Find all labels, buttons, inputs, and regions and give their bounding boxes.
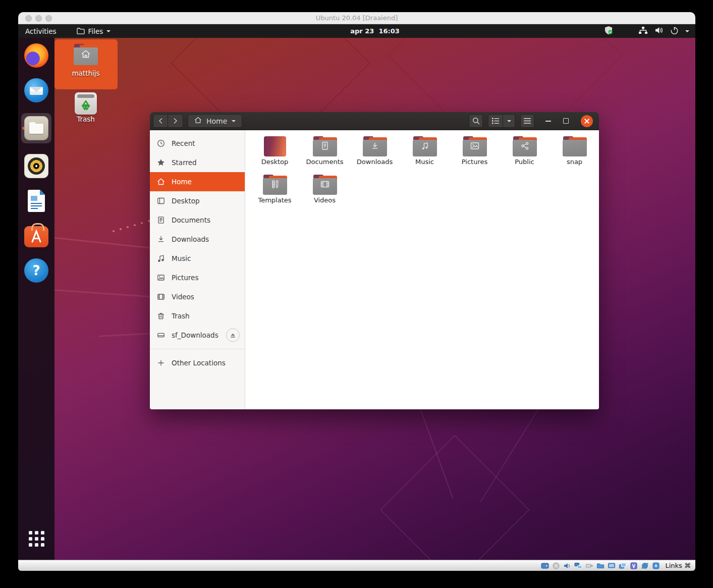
music-emblem-icon [420, 141, 429, 152]
vbox-feature-icon[interactable] [630, 562, 638, 570]
display-icon[interactable] [608, 562, 616, 570]
dock-item-files[interactable] [21, 113, 51, 143]
file-item-label: snap [567, 158, 582, 166]
download-emblem-icon [370, 141, 379, 152]
desktop-icon-trash[interactable] [75, 92, 97, 115]
vm-window-title: Ubuntu 20.04 [Draaiend] [18, 12, 695, 24]
window-menu-button[interactable] [520, 114, 534, 128]
shared-folders-icon[interactable] [596, 562, 605, 570]
chevron-down-icon [507, 120, 511, 122]
file-item-label: Downloads [357, 158, 393, 166]
sidebar-item-label: Desktop [172, 197, 200, 205]
desktop-special-icon [264, 136, 286, 156]
sidebar-item-documents[interactable]: Documents [150, 210, 245, 230]
file-item-label: Pictures [462, 158, 487, 166]
search-button[interactable] [469, 114, 483, 128]
forward-button[interactable] [168, 114, 183, 128]
file-view[interactable]: Desktop Documents [245, 130, 599, 409]
sidebar-item-label: Recent [172, 139, 195, 147]
dock-item-rhythmbox[interactable] [21, 154, 51, 178]
sidebar-item-recent[interactable]: Recent [150, 134, 245, 153]
sidebar-item-label: Other Locations [172, 359, 226, 367]
optical-disc-icon[interactable] [552, 562, 560, 570]
sidebar-item-label: Downloads [172, 235, 209, 243]
maximize-button[interactable] [563, 118, 569, 124]
headerbar: Home [150, 112, 599, 130]
sidebar-item-sf-downloads[interactable]: sf_Downloads [150, 326, 245, 345]
back-button[interactable] [153, 114, 168, 128]
system-tray[interactable] [604, 24, 689, 38]
dock: ? [18, 38, 54, 560]
sidebar-item-label: Trash [172, 312, 190, 320]
usb-icon[interactable] [585, 562, 593, 570]
show-applications-button[interactable] [29, 531, 44, 547]
sidebar-item-videos[interactable]: Videos [150, 287, 245, 306]
network-activity-icon[interactable] [641, 562, 649, 570]
dock-item-help[interactable]: ? [21, 258, 51, 283]
sidebar-item-downloads[interactable]: Downloads [150, 230, 245, 249]
image-emblem-icon [470, 142, 479, 152]
sidebar-item-label: Videos [172, 293, 194, 301]
rhythmbox-icon [24, 154, 48, 178]
file-item-pictures[interactable]: Pictures [450, 134, 500, 173]
film-emblem-icon [320, 180, 330, 190]
network-icon [638, 26, 648, 36]
file-item-downloads[interactable]: Downloads [350, 134, 400, 173]
sidebar-item-trash[interactable]: Trash [150, 306, 245, 326]
sidebar-item-label: Home [172, 178, 192, 186]
firefox-icon [24, 43, 48, 68]
sidebar-item-pictures[interactable]: Pictures [150, 268, 245, 287]
desktop-icon-label[interactable]: Trash [53, 115, 119, 123]
file-item-documents[interactable]: Documents [300, 134, 350, 173]
home-icon [194, 117, 202, 125]
audio-icon[interactable] [563, 562, 571, 570]
downloads-indicator-icon[interactable] [652, 562, 660, 570]
sidebar-item-label: Documents [172, 216, 210, 224]
wallpaper-shape [380, 435, 530, 560]
shield-verified-icon [604, 26, 613, 37]
help-icon: ? [24, 258, 48, 283]
file-item-music[interactable]: Music [400, 134, 450, 173]
power-icon [670, 26, 679, 36]
dock-item-ubuntu-software[interactable] [21, 224, 51, 248]
activities-button[interactable]: Activities [23, 27, 59, 35]
path-button[interactable]: Home [188, 114, 242, 128]
dock-item-firefox[interactable] [21, 43, 51, 68]
gnome-topbar: Activities Files apr 23 16:03 [18, 24, 695, 38]
desktop-icon-matthijs[interactable] [74, 44, 98, 65]
file-item-public[interactable]: Public [500, 134, 550, 173]
sidebar-item-starred[interactable]: Starred [150, 153, 245, 172]
host-key-indicator: Links ⌘ [665, 562, 691, 569]
view-toggle-button[interactable] [488, 114, 503, 128]
minimize-button[interactable] [545, 121, 551, 122]
sidebar-separator [150, 349, 245, 349]
desktop-icon-label[interactable]: matthijs [53, 69, 119, 77]
home-icon [80, 49, 91, 61]
thunderbird-icon [24, 78, 48, 102]
desktop[interactable]: matthijs Trash ? [18, 38, 695, 560]
file-item-desktop[interactable]: Desktop [250, 134, 300, 173]
sidebar-item-home[interactable]: Home [150, 172, 245, 191]
sidebar-item-music[interactable]: Music [150, 249, 245, 268]
clock[interactable]: apr 23 16:03 [350, 24, 400, 38]
file-item-snap[interactable]: snap [550, 134, 599, 173]
network-adapter-icon[interactable] [574, 562, 582, 570]
sidebar-item-other-locations[interactable]: Other Locations [150, 353, 245, 372]
file-item-templates[interactable]: Templates [250, 173, 300, 211]
close-button[interactable] [581, 115, 593, 127]
sidebar-item-label: Pictures [172, 274, 198, 282]
file-item-videos[interactable]: Videos [300, 173, 350, 211]
dock-item-thunderbird[interactable] [21, 78, 51, 102]
chevron-down-icon [106, 30, 111, 32]
files-window: Home [150, 112, 599, 409]
virtual-screens-icon[interactable] [619, 562, 627, 570]
view-options-button[interactable] [503, 114, 515, 128]
chevron-down-icon [232, 120, 236, 122]
path-label: Home [206, 117, 227, 125]
sidebar-item-desktop[interactable]: Desktop [150, 191, 245, 210]
app-menu-files[interactable]: Files [77, 27, 111, 35]
hard-disk-icon[interactable] [541, 562, 549, 570]
dock-item-libreoffice-writer[interactable] [21, 189, 51, 213]
eject-button[interactable] [226, 329, 240, 342]
file-item-label: Music [415, 158, 434, 166]
